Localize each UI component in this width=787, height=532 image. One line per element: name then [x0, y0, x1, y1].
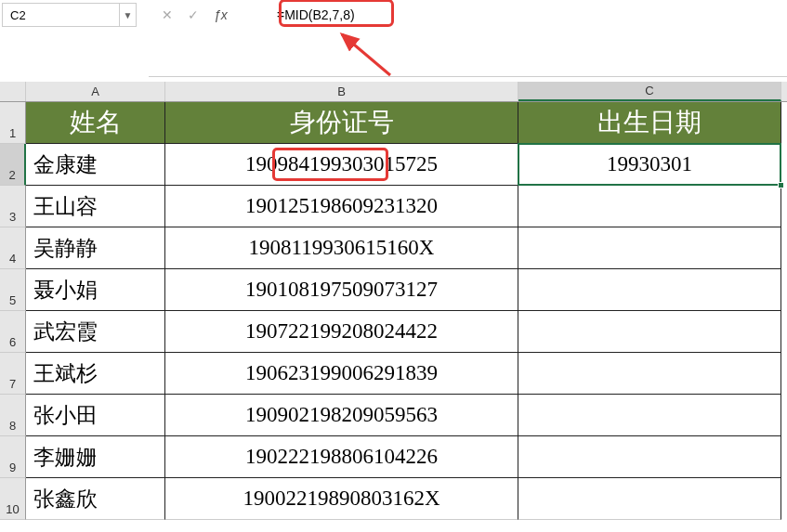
- table-row: 10 张鑫欣 19002219890803162X: [0, 478, 787, 520]
- row-header[interactable]: 9: [0, 436, 26, 478]
- cell-id[interactable]: 190902198209059563: [165, 395, 518, 436]
- row-header[interactable]: 6: [0, 311, 26, 353]
- table-row: 7 王斌杉 190623199006291839: [0, 353, 787, 395]
- column-header-C[interactable]: C: [518, 82, 781, 101]
- cell-birthdate[interactable]: [518, 478, 781, 520]
- table-row: 8 张小田 190902198209059563: [0, 395, 787, 436]
- cell-birthdate[interactable]: [518, 395, 781, 436]
- name-box[interactable]: C2 ▼: [2, 3, 137, 27]
- row-header[interactable]: 4: [0, 227, 26, 269]
- cell-name[interactable]: 吴静静: [26, 227, 165, 269]
- table-row: 5 聂小娟 190108197509073127: [0, 269, 787, 311]
- cell-name[interactable]: 王斌杉: [26, 353, 165, 395]
- cell-name[interactable]: 张小田: [26, 395, 165, 436]
- spreadsheet-grid: A B C 1 姓名 身份证号 出生日期 2 金康建 1909841993030…: [0, 82, 787, 520]
- column-header-A[interactable]: A: [26, 82, 165, 101]
- cell-birthdate[interactable]: 19930301: [518, 144, 781, 186]
- cell-name[interactable]: 武宏霞: [26, 311, 165, 353]
- header-cell-name[interactable]: 姓名: [26, 102, 165, 144]
- row-header[interactable]: 10: [0, 478, 26, 520]
- annotation-arrow-icon: [334, 31, 400, 82]
- table-header-row: 1 姓名 身份证号 出生日期: [0, 102, 787, 144]
- formula-bar-divider: [149, 76, 787, 77]
- cell-birthdate[interactable]: [518, 227, 781, 269]
- header-cell-id[interactable]: 身份证号: [165, 102, 518, 144]
- table-row: 6 武宏霞 190722199208024422: [0, 311, 787, 353]
- formula-text: =MID(B2,7,8): [277, 7, 355, 22]
- cell-id[interactable]: 19002219890803162X: [165, 478, 518, 520]
- column-header-B[interactable]: B: [165, 82, 518, 101]
- data-grid: 1 姓名 身份证号 出生日期 2 金康建 190984199303015725 …: [0, 102, 787, 520]
- row-header[interactable]: 8: [0, 395, 26, 436]
- cell-birthdate[interactable]: [518, 269, 781, 311]
- cell-birthdate[interactable]: [518, 311, 781, 353]
- cell-birthdate[interactable]: [518, 353, 781, 395]
- table-row: 3 王山容 190125198609231320: [0, 186, 787, 227]
- cell-name[interactable]: 金康建: [26, 144, 165, 186]
- row-header[interactable]: 2: [0, 144, 26, 186]
- svg-line-1: [342, 34, 390, 75]
- table-row: 9 李姗姗 190222198806104226: [0, 436, 787, 478]
- table-row: 2 金康建 190984199303015725 19930301: [0, 144, 787, 186]
- cell-birthdate[interactable]: [518, 186, 781, 227]
- cell-id[interactable]: 19081199306151​60X: [165, 227, 518, 269]
- name-box-value: C2: [3, 8, 119, 22]
- cell-name[interactable]: 张鑫欣: [26, 478, 165, 520]
- row-header[interactable]: 3: [0, 186, 26, 227]
- fx-icon[interactable]: ƒx: [214, 7, 228, 22]
- column-headers: A B C: [0, 82, 787, 102]
- row-header[interactable]: 1: [0, 102, 26, 144]
- formula-bar[interactable]: =MID(B2,7,8): [269, 3, 780, 27]
- cell-id[interactable]: 190222198806104226: [165, 436, 518, 478]
- cancel-formula-button[interactable]: ✕: [158, 6, 177, 24]
- cell-name[interactable]: 聂小娟: [26, 269, 165, 311]
- cell-id[interactable]: 190125198609231320: [165, 186, 518, 227]
- chevron-down-icon[interactable]: ▼: [119, 4, 136, 26]
- header-cell-birthdate[interactable]: 出生日期: [518, 102, 781, 144]
- cell-name[interactable]: 李姗姗: [26, 436, 165, 478]
- enter-formula-button[interactable]: ✓: [184, 6, 203, 24]
- cell-id[interactable]: 190984199303015725: [165, 144, 518, 186]
- cell-name[interactable]: 王山容: [26, 186, 165, 227]
- row-header[interactable]: 7: [0, 353, 26, 395]
- select-all-corner[interactable]: [0, 82, 26, 101]
- table-row: 4 吴静静 19081199306151​60X: [0, 227, 787, 269]
- formula-toolbar: ✕ ✓ ƒx: [158, 3, 231, 27]
- cell-birthdate[interactable]: [518, 436, 781, 478]
- cell-id[interactable]: 190722199208024422: [165, 311, 518, 353]
- row-header[interactable]: 5: [0, 269, 26, 311]
- cell-id[interactable]: 190623199006291839: [165, 353, 518, 395]
- cell-id[interactable]: 190108197509073127: [165, 269, 518, 311]
